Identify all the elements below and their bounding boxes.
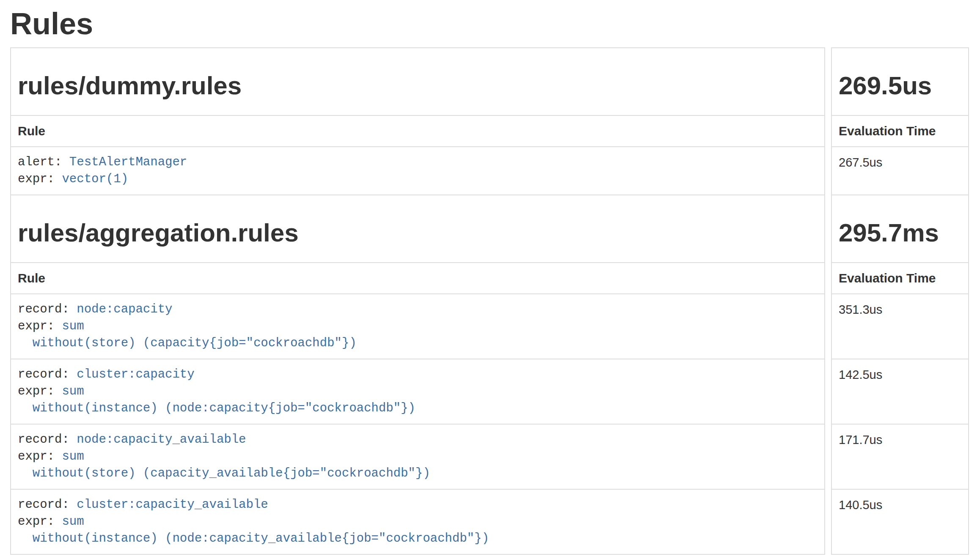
rule-expr-link[interactable]: sum <box>62 515 84 529</box>
rule-group-evaluation-time: 269.5us <box>839 72 961 100</box>
rule-name-link[interactable]: node:capacity <box>77 302 172 316</box>
rules-table: rules/dummy.rules 269.5us Rule Evaluatio… <box>4 47 975 555</box>
column-header-evaluation-time: Evaluation Time <box>831 116 969 147</box>
rule-name-link[interactable]: cluster:capacity_available <box>77 498 268 512</box>
rule-field-label <box>18 532 33 545</box>
rule-group-file-cell: rules/aggregation.rules <box>10 195 825 263</box>
rule-expr-link[interactable]: vector(1) <box>62 172 128 186</box>
rule-field-label: record: <box>18 498 77 512</box>
rule-evaluation-time: 351.3us <box>831 294 969 359</box>
column-header-rule: Rule <box>10 116 825 147</box>
rule-group-file: rules/aggregation.rules <box>18 219 818 247</box>
table-header-row: Rule Evaluation Time <box>10 263 969 294</box>
rule-evaluation-time: 267.5us <box>831 147 969 195</box>
column-header-evaluation-time: Evaluation Time <box>831 263 969 294</box>
rule-field-label: record: <box>18 433 77 447</box>
rule-definition-text: record: node:capacity_available expr: su… <box>18 431 818 482</box>
rule-expr-link[interactable]: sum <box>62 319 84 333</box>
rule-row: alert: TestAlertManager expr: vector(1) … <box>10 147 969 195</box>
rule-definition-cell: record: cluster:capacity_available expr:… <box>10 490 825 555</box>
rule-field-label: record: <box>18 302 77 316</box>
table-header-row: Rule Evaluation Time <box>10 116 969 147</box>
rule-evaluation-time: 142.5us <box>831 359 969 425</box>
rule-definition-text: record: cluster:capacity_available expr:… <box>18 496 818 547</box>
rule-expr-link[interactable]: sum <box>62 449 84 463</box>
rule-definition-text: alert: TestAlertManager expr: vector(1) <box>18 154 818 188</box>
rule-group-header-row: rules/dummy.rules 269.5us <box>10 47 969 116</box>
rule-row: record: cluster:capacity expr: sum witho… <box>10 359 969 425</box>
rule-row: record: node:capacity_available expr: su… <box>10 425 969 490</box>
rule-field-label: expr: <box>18 515 62 529</box>
rule-field-label: expr: <box>18 384 62 398</box>
rule-definition-cell: record: node:capacity_available expr: su… <box>10 425 825 490</box>
rule-definition-text: record: cluster:capacity expr: sum witho… <box>18 366 818 417</box>
rule-expr-link[interactable]: without(store) (capacity{job="cockroachd… <box>33 336 357 350</box>
rule-group-header-row: rules/aggregation.rules 295.7ms <box>10 195 969 263</box>
rule-name-link[interactable]: TestAlertManager <box>69 155 187 169</box>
rule-field-label: expr: <box>18 319 62 333</box>
rule-expr-link[interactable]: without(instance) (node:capacity_availab… <box>33 532 489 545</box>
rules-page: Rules rules/dummy.rules 269.5us Rule Eva… <box>0 8 980 555</box>
rule-group-file-cell: rules/dummy.rules <box>10 47 825 116</box>
rule-evaluation-time: 171.7us <box>831 425 969 490</box>
rule-group-evaluation-time-cell: 295.7ms <box>831 195 969 263</box>
rule-field-label <box>18 336 33 350</box>
rule-field-label: expr: <box>18 172 62 186</box>
rule-definition-cell: alert: TestAlertManager expr: vector(1) <box>10 147 825 195</box>
rule-name-link[interactable]: cluster:capacity <box>77 367 194 381</box>
rule-evaluation-time: 140.5us <box>831 490 969 555</box>
rule-expr-link[interactable]: sum <box>62 384 84 398</box>
rule-row: record: cluster:capacity_available expr:… <box>10 490 969 555</box>
column-header-rule: Rule <box>10 263 825 294</box>
page-title: Rules <box>10 8 980 39</box>
rule-field-label: record: <box>18 367 77 381</box>
rule-group-file: rules/dummy.rules <box>18 72 818 100</box>
rule-group-evaluation-time-cell: 269.5us <box>831 47 969 116</box>
rule-field-label <box>18 401 33 415</box>
rule-row: record: node:capacity expr: sum without(… <box>10 294 969 359</box>
rule-field-label: expr: <box>18 449 62 463</box>
rule-field-label: alert: <box>18 155 69 169</box>
rule-expr-link[interactable]: without(instance) (node:capacity{job="co… <box>33 401 416 415</box>
rule-definition-text: record: node:capacity expr: sum without(… <box>18 301 818 352</box>
rule-definition-cell: record: node:capacity expr: sum without(… <box>10 294 825 359</box>
rule-definition-cell: record: cluster:capacity expr: sum witho… <box>10 359 825 425</box>
rule-name-link[interactable]: node:capacity_available <box>77 433 246 447</box>
rule-expr-link[interactable]: without(store) (capacity_available{job="… <box>33 466 430 480</box>
rule-group-evaluation-time: 295.7ms <box>839 219 961 247</box>
rule-field-label <box>18 466 33 480</box>
